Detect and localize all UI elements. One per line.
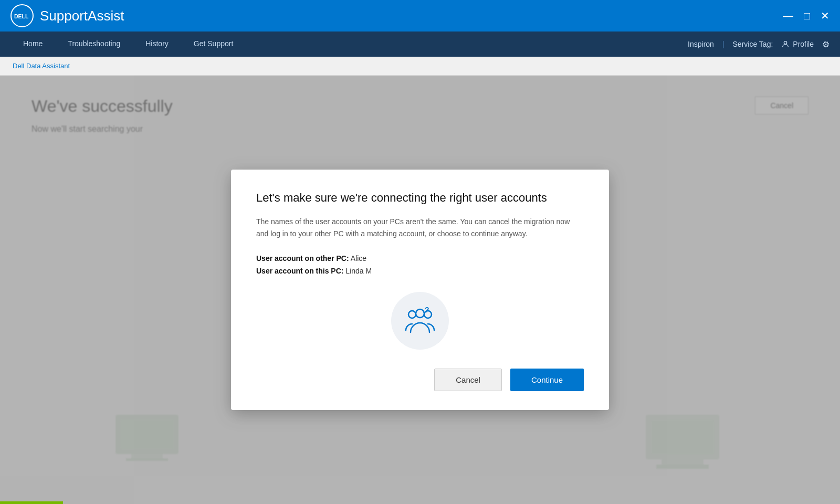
user-account-this-label: User account on this PC: xyxy=(256,267,343,275)
minimize-button[interactable]: — xyxy=(783,10,793,21)
nav-separator: | xyxy=(722,40,724,48)
nav-item-history[interactable]: History xyxy=(133,32,181,57)
window-controls: — □ ✕ xyxy=(783,10,830,21)
nav-item-troubleshooting[interactable]: Troubleshooting xyxy=(55,32,133,57)
nav-item-home[interactable]: Home xyxy=(10,32,55,57)
svg-point-1 xyxy=(784,41,787,44)
close-button[interactable]: ✕ xyxy=(821,10,830,21)
titlebar: DELL SupportAssist — □ ✕ xyxy=(0,0,840,32)
nav-item-get-support[interactable]: Get Support xyxy=(181,32,246,57)
breadcrumb-bar: Dell Data Assistant xyxy=(0,57,840,76)
profile-label: Profile xyxy=(793,40,814,48)
svg-point-12 xyxy=(416,309,424,318)
breadcrumb: Dell Data Assistant xyxy=(13,62,70,70)
user-account-other-value: Alice xyxy=(351,254,366,262)
main-content: We've successfully Now we'll start searc… xyxy=(0,76,840,504)
modal-title: Let's make sure we're connecting the rig… xyxy=(256,191,584,206)
service-tag-label: Service Tag: xyxy=(733,40,773,48)
svg-point-10 xyxy=(408,311,416,318)
modal-description: The names of the user accounts on your P… xyxy=(256,216,584,239)
modal-user-info: User account on other PC: Alice User acc… xyxy=(256,254,584,275)
titlebar-left: DELL SupportAssist xyxy=(10,4,124,27)
user-account-other: User account on other PC: Alice xyxy=(256,254,584,262)
maximize-button[interactable]: □ xyxy=(804,10,810,21)
nav-profile-button[interactable]: Profile xyxy=(781,40,814,48)
modal-overlay: Let's make sure we're connecting the rig… xyxy=(0,76,840,504)
app-title: SupportAssist xyxy=(40,8,124,24)
user-account-this: User account on this PC: Linda M xyxy=(256,267,584,275)
device-name: Inspiron xyxy=(688,40,714,48)
dell-logo: DELL xyxy=(10,4,34,27)
cancel-button[interactable]: Cancel xyxy=(434,369,502,391)
users-icon: ? xyxy=(404,307,436,334)
svg-text:?: ? xyxy=(425,307,429,314)
user-account-this-value: Linda M xyxy=(345,267,372,275)
svg-text:DELL: DELL xyxy=(14,13,29,19)
nav-left: Home Troubleshooting History Get Support xyxy=(10,32,246,57)
settings-gear-icon[interactable]: ⚙ xyxy=(822,39,830,49)
bottom-progress-bar xyxy=(0,501,63,504)
continue-button[interactable]: Continue xyxy=(510,369,584,391)
modal-dialog: Let's make sure we're connecting the rig… xyxy=(231,170,609,410)
user-account-other-label: User account on other PC: xyxy=(256,254,349,262)
navbar: Home Troubleshooting History Get Support… xyxy=(0,32,840,57)
users-icon-circle: ? xyxy=(391,292,449,350)
modal-buttons: Cancel Continue xyxy=(256,369,584,391)
nav-right: Inspiron | Service Tag: Profile ⚙ xyxy=(688,39,830,49)
